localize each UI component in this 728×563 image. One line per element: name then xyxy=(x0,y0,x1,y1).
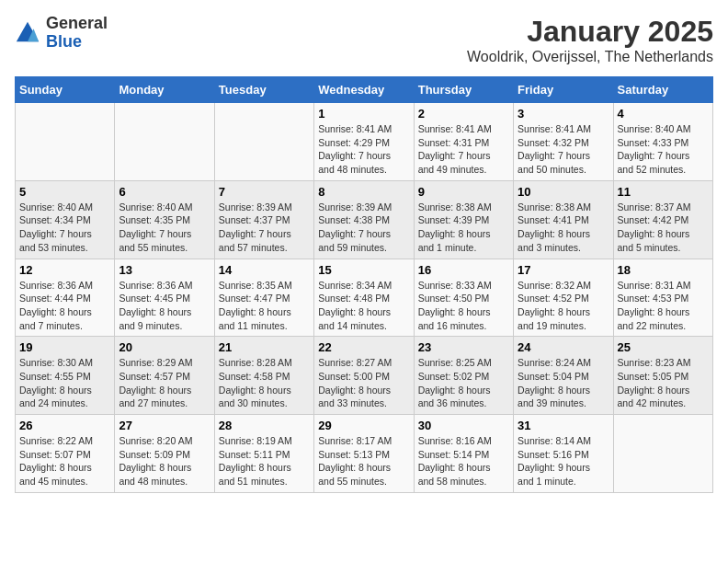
day-info: Sunrise: 8:41 AM Sunset: 4:31 PM Dayligh… xyxy=(418,122,509,177)
calendar-cell xyxy=(16,103,115,181)
day-info: Sunrise: 8:41 AM Sunset: 4:29 PM Dayligh… xyxy=(318,122,409,177)
header-wednesday: Wednesday xyxy=(314,77,414,103)
day-number: 17 xyxy=(518,263,609,277)
day-info: Sunrise: 8:14 AM Sunset: 5:16 PM Dayligh… xyxy=(518,434,609,488)
day-info: Sunrise: 8:36 AM Sunset: 4:45 PM Dayligh… xyxy=(119,279,210,333)
day-number: 15 xyxy=(318,263,409,277)
day-number: 13 xyxy=(119,263,210,277)
logo: General Blue xyxy=(15,15,108,52)
day-number: 24 xyxy=(518,340,609,354)
day-number: 8 xyxy=(318,185,409,199)
day-number: 25 xyxy=(618,340,709,354)
day-info: Sunrise: 8:19 AM Sunset: 5:11 PM Dayligh… xyxy=(219,434,310,488)
day-info: Sunrise: 8:31 AM Sunset: 4:53 PM Dayligh… xyxy=(618,279,709,333)
calendar-header-row: SundayMondayTuesdayWednesdayThursdayFrid… xyxy=(16,77,713,103)
calendar-table: SundayMondayTuesdayWednesdayThursdayFrid… xyxy=(15,76,713,493)
day-info: Sunrise: 8:28 AM Sunset: 4:58 PM Dayligh… xyxy=(219,356,310,410)
calendar-cell: 4Sunrise: 8:40 AM Sunset: 4:33 PM Daylig… xyxy=(613,103,712,181)
calendar-cell: 28Sunrise: 8:19 AM Sunset: 5:11 PM Dayli… xyxy=(214,415,313,493)
day-number: 16 xyxy=(418,263,509,277)
calendar-cell: 6Sunrise: 8:40 AM Sunset: 4:35 PM Daylig… xyxy=(115,180,214,259)
calendar-cell: 1Sunrise: 8:41 AM Sunset: 4:29 PM Daylig… xyxy=(314,103,414,181)
day-info: Sunrise: 8:17 AM Sunset: 5:13 PM Dayligh… xyxy=(318,434,409,488)
day-info: Sunrise: 8:20 AM Sunset: 5:09 PM Dayligh… xyxy=(119,434,210,488)
day-number: 28 xyxy=(219,419,310,432)
day-info: Sunrise: 8:23 AM Sunset: 5:05 PM Dayligh… xyxy=(618,356,709,410)
calendar-cell: 17Sunrise: 8:32 AM Sunset: 4:52 PM Dayli… xyxy=(514,259,613,337)
day-number: 23 xyxy=(418,340,509,354)
day-number: 22 xyxy=(318,340,409,354)
day-number: 5 xyxy=(19,185,110,199)
calendar-cell: 10Sunrise: 8:38 AM Sunset: 4:41 PM Dayli… xyxy=(514,180,613,259)
day-info: Sunrise: 8:32 AM Sunset: 4:52 PM Dayligh… xyxy=(518,279,609,333)
calendar-cell: 15Sunrise: 8:34 AM Sunset: 4:48 PM Dayli… xyxy=(314,259,414,337)
day-info: Sunrise: 8:39 AM Sunset: 4:38 PM Dayligh… xyxy=(318,201,409,255)
day-number: 19 xyxy=(19,340,110,354)
page-subtitle: Wooldrik, Overijssel, The Netherlands xyxy=(467,49,713,65)
calendar-cell: 2Sunrise: 8:41 AM Sunset: 4:31 PM Daylig… xyxy=(414,103,513,181)
day-number: 1 xyxy=(318,107,409,121)
day-number: 9 xyxy=(418,185,509,199)
calendar-cell: 18Sunrise: 8:31 AM Sunset: 4:53 PM Dayli… xyxy=(613,259,712,337)
day-info: Sunrise: 8:33 AM Sunset: 4:50 PM Dayligh… xyxy=(418,279,509,333)
day-info: Sunrise: 8:39 AM Sunset: 4:37 PM Dayligh… xyxy=(219,201,310,255)
day-info: Sunrise: 8:37 AM Sunset: 4:42 PM Dayligh… xyxy=(618,201,709,255)
calendar-cell: 27Sunrise: 8:20 AM Sunset: 5:09 PM Dayli… xyxy=(115,415,214,493)
calendar-cell: 20Sunrise: 8:29 AM Sunset: 4:57 PM Dayli… xyxy=(115,337,214,415)
calendar-cell: 8Sunrise: 8:39 AM Sunset: 4:38 PM Daylig… xyxy=(314,180,414,259)
calendar-week-2: 5Sunrise: 8:40 AM Sunset: 4:34 PM Daylig… xyxy=(16,180,713,259)
calendar-week-1: 1Sunrise: 8:41 AM Sunset: 4:29 PM Daylig… xyxy=(16,103,713,181)
day-number: 2 xyxy=(418,107,509,121)
day-number: 4 xyxy=(618,107,709,121)
day-number: 18 xyxy=(618,263,709,277)
calendar-cell: 16Sunrise: 8:33 AM Sunset: 4:50 PM Dayli… xyxy=(414,259,513,337)
calendar-week-4: 19Sunrise: 8:30 AM Sunset: 4:55 PM Dayli… xyxy=(16,337,713,415)
calendar-cell: 30Sunrise: 8:16 AM Sunset: 5:14 PM Dayli… xyxy=(414,415,513,493)
day-number: 7 xyxy=(219,185,310,199)
calendar-cell: 3Sunrise: 8:41 AM Sunset: 4:32 PM Daylig… xyxy=(514,103,613,181)
calendar-cell: 25Sunrise: 8:23 AM Sunset: 5:05 PM Dayli… xyxy=(613,337,712,415)
calendar-week-3: 12Sunrise: 8:36 AM Sunset: 4:44 PM Dayli… xyxy=(16,259,713,337)
day-info: Sunrise: 8:40 AM Sunset: 4:35 PM Dayligh… xyxy=(119,201,210,255)
calendar-cell: 22Sunrise: 8:27 AM Sunset: 5:00 PM Dayli… xyxy=(314,337,414,415)
day-number: 6 xyxy=(119,185,210,199)
calendar-cell: 24Sunrise: 8:24 AM Sunset: 5:04 PM Dayli… xyxy=(514,337,613,415)
day-number: 30 xyxy=(418,419,509,432)
calendar-cell: 13Sunrise: 8:36 AM Sunset: 4:45 PM Dayli… xyxy=(115,259,214,337)
header-saturday: Saturday xyxy=(613,77,712,103)
header-thursday: Thursday xyxy=(414,77,513,103)
logo-icon xyxy=(15,20,40,46)
calendar-cell xyxy=(115,103,214,181)
day-number: 27 xyxy=(119,419,210,432)
calendar-cell: 21Sunrise: 8:28 AM Sunset: 4:58 PM Dayli… xyxy=(214,337,313,415)
calendar-cell: 5Sunrise: 8:40 AM Sunset: 4:34 PM Daylig… xyxy=(16,180,115,259)
logo-blue: Blue xyxy=(46,33,108,52)
calendar-cell: 31Sunrise: 8:14 AM Sunset: 5:16 PM Dayli… xyxy=(514,415,613,493)
calendar-cell xyxy=(214,103,313,181)
day-number: 20 xyxy=(119,340,210,354)
day-info: Sunrise: 8:38 AM Sunset: 4:39 PM Dayligh… xyxy=(418,201,509,255)
calendar-cell: 9Sunrise: 8:38 AM Sunset: 4:39 PM Daylig… xyxy=(414,180,513,259)
day-number: 14 xyxy=(219,263,310,277)
day-number: 10 xyxy=(518,185,609,199)
day-number: 31 xyxy=(518,419,609,432)
calendar-cell: 23Sunrise: 8:25 AM Sunset: 5:02 PM Dayli… xyxy=(414,337,513,415)
day-info: Sunrise: 8:25 AM Sunset: 5:02 PM Dayligh… xyxy=(418,356,509,410)
calendar-cell: 19Sunrise: 8:30 AM Sunset: 4:55 PM Dayli… xyxy=(16,337,115,415)
day-info: Sunrise: 8:29 AM Sunset: 4:57 PM Dayligh… xyxy=(119,356,210,410)
day-number: 21 xyxy=(219,340,310,354)
day-info: Sunrise: 8:38 AM Sunset: 4:41 PM Dayligh… xyxy=(518,201,609,255)
calendar-cell: 26Sunrise: 8:22 AM Sunset: 5:07 PM Dayli… xyxy=(16,415,115,493)
day-info: Sunrise: 8:40 AM Sunset: 4:34 PM Dayligh… xyxy=(19,201,110,255)
day-info: Sunrise: 8:34 AM Sunset: 4:48 PM Dayligh… xyxy=(318,279,409,333)
header-tuesday: Tuesday xyxy=(214,77,313,103)
header-sunday: Sunday xyxy=(16,77,115,103)
calendar-cell: 7Sunrise: 8:39 AM Sunset: 4:37 PM Daylig… xyxy=(214,180,313,259)
day-info: Sunrise: 8:40 AM Sunset: 4:33 PM Dayligh… xyxy=(618,122,709,177)
day-info: Sunrise: 8:35 AM Sunset: 4:47 PM Dayligh… xyxy=(219,279,310,333)
day-info: Sunrise: 8:27 AM Sunset: 5:00 PM Dayligh… xyxy=(318,356,409,410)
logo-text: General Blue xyxy=(46,15,108,52)
day-number: 26 xyxy=(19,419,110,432)
day-number: 12 xyxy=(19,263,110,277)
day-info: Sunrise: 8:30 AM Sunset: 4:55 PM Dayligh… xyxy=(19,356,110,410)
